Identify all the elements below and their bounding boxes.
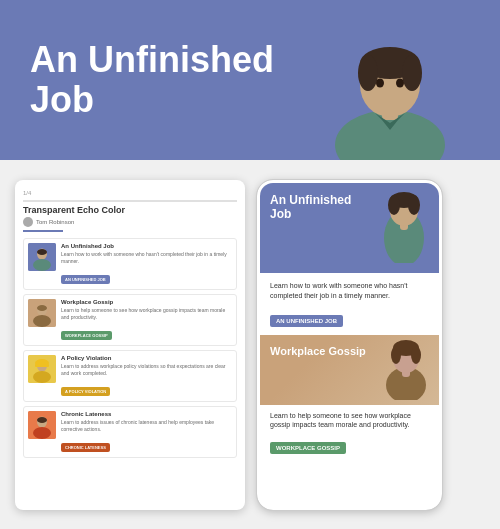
title-underline: [23, 230, 63, 232]
phone-gossip-title: Workplace Gossip: [270, 345, 370, 358]
desktop-device: 1/4 Transparent Echo Color Tom Robinson …: [15, 180, 245, 510]
svg-point-31: [388, 195, 400, 215]
header-banner: An Unfinished Job: [0, 0, 500, 160]
course-card-desc-lateness: Learn to address issues of chronic laten…: [61, 419, 232, 432]
person-svg: [300, 5, 480, 160]
phone-device: An Unfinished Job Learn how to work with…: [257, 180, 442, 510]
svg-point-11: [37, 249, 47, 255]
course-thumb-unfinished: [28, 243, 56, 271]
author-name: Tom Robinson: [36, 219, 74, 225]
course-card-btn-policy[interactable]: A POLICY VIOLATION: [61, 387, 110, 396]
header-person-figure: [300, 5, 480, 160]
svg-rect-22: [35, 364, 49, 367]
course-thumb-gossip: [28, 299, 56, 327]
phone-top-btn[interactable]: AN UNFINISHED JOB: [270, 315, 343, 327]
svg-point-37: [391, 346, 401, 364]
phone-top-title: An Unfinished Job: [270, 193, 370, 222]
slide-counter: 1/4: [23, 190, 31, 196]
author-info: Tom Robinson: [23, 217, 237, 227]
course-card-btn-unfinished[interactable]: AN UNFINISHED JOB: [61, 275, 110, 284]
course-info-policy: A Policy Violation Learn to address work…: [61, 355, 232, 397]
course-card-btn-gossip[interactable]: WORKPLACE GOSSIP: [61, 331, 112, 340]
phone-inner: An Unfinished Job Learn how to work with…: [260, 183, 439, 507]
course-card-policy[interactable]: A Policy Violation Learn to address work…: [23, 350, 237, 402]
thumb-svg-policy: [28, 355, 56, 383]
course-info-unfinished: An Unfinished Job Learn how to work with…: [61, 243, 232, 285]
thumb-svg-unfinished: [28, 243, 56, 271]
phone-gossip-desc: Learn to help someone to see how workpla…: [260, 405, 439, 437]
phone-top-card: An Unfinished Job: [260, 183, 439, 273]
thumb-svg-lateness: [28, 411, 56, 439]
phone-person-figure: [374, 183, 434, 263]
course-card-gossip[interactable]: Workplace Gossip Learn to help someone t…: [23, 294, 237, 346]
course-card-title-gossip: Workplace Gossip: [61, 299, 232, 305]
course-card-unfinished[interactable]: An Unfinished Job Learn how to work with…: [23, 238, 237, 290]
svg-point-25: [37, 417, 47, 423]
svg-point-5: [402, 55, 422, 91]
course-card-desc-gossip: Learn to help someone to see how workpla…: [61, 307, 232, 320]
svg-point-12: [33, 259, 51, 271]
course-card-lateness[interactable]: Chronic Lateness Learn to address issues…: [23, 406, 237, 458]
svg-point-32: [408, 195, 420, 215]
course-card-desc-unfinished: Learn how to work with someone who hasn'…: [61, 251, 232, 264]
svg-point-20: [33, 371, 51, 383]
svg-point-7: [396, 79, 404, 88]
svg-point-4: [358, 55, 378, 91]
separator-bar: [23, 200, 237, 202]
thumb-svg-gossip: [28, 299, 56, 327]
course-thumb-lateness: [28, 411, 56, 439]
course-info-gossip: Workplace Gossip Learn to help someone t…: [61, 299, 232, 341]
course-info-lateness: Chronic Lateness Learn to address issues…: [61, 411, 232, 453]
phone-person-svg: [374, 183, 434, 263]
phone-top-desc: Learn how to work with someone who hasn'…: [260, 273, 439, 309]
content-area: 1/4 Transparent Echo Color Tom Robinson …: [0, 160, 500, 529]
phone-gossip-person: [379, 335, 434, 400]
phone-gossip-btn[interactable]: WORKPLACE GOSSIP: [270, 442, 346, 454]
desktop-course-title: Transparent Echo Color: [23, 205, 237, 215]
phone-gossip-card: Workplace Gossip: [260, 335, 439, 405]
course-card-desc-policy: Learn to address workplace policy violat…: [61, 363, 232, 376]
device-top-bar: 1/4: [23, 190, 237, 196]
svg-point-15: [37, 305, 47, 311]
header-title: An Unfinished Job: [30, 40, 310, 119]
author-avatar: [23, 217, 33, 227]
course-card-title-policy: A Policy Violation: [61, 355, 232, 361]
svg-point-16: [33, 315, 51, 327]
course-card-title-lateness: Chronic Lateness: [61, 411, 232, 417]
course-card-btn-lateness[interactable]: CHRONIC LATENESS: [61, 443, 110, 452]
svg-point-26: [33, 427, 51, 439]
svg-point-6: [376, 79, 384, 88]
svg-point-38: [411, 346, 421, 364]
course-thumb-policy: [28, 355, 56, 383]
course-card-title-unfinished: An Unfinished Job: [61, 243, 232, 249]
gossip-person-svg: [379, 335, 434, 400]
